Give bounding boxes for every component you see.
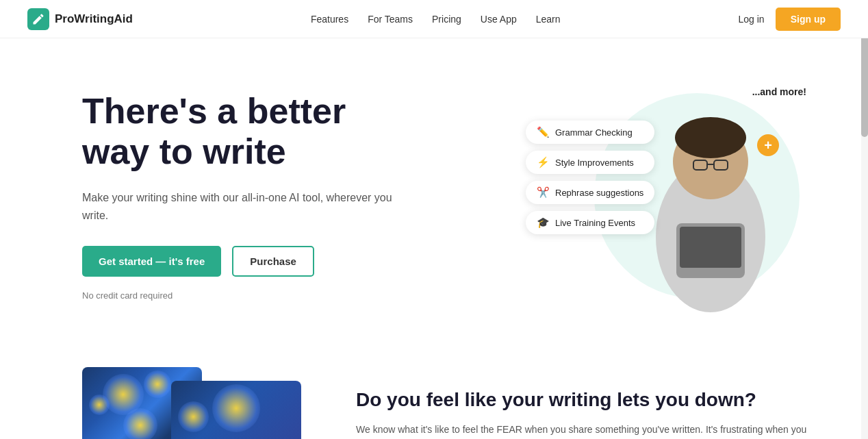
section2-title: Do you feel like your writing lets you d…	[356, 388, 813, 412]
training-icon: 🎓	[537, 216, 550, 229]
feature-cards-list: ✏️ Grammar Checking ⚡ Style Improvements…	[526, 121, 654, 234]
nav-use-app[interactable]: Use App	[481, 14, 517, 25]
feature-card-grammar: ✏️ Grammar Checking	[526, 121, 654, 144]
nav-for-teams[interactable]: For Teams	[368, 14, 413, 25]
hero-person-svg	[635, 100, 786, 312]
nav-pricing[interactable]: Pricing	[432, 14, 461, 25]
nav-actions: Log in Sign up	[739, 8, 841, 31]
signup-button[interactable]: Sign up	[776, 8, 841, 31]
swirl2	[144, 371, 171, 398]
swirl4	[123, 408, 157, 439]
page-scrollbar[interactable]	[861, 0, 868, 439]
hero-subtitle: Make your writing shine with our all-in-…	[82, 189, 411, 224]
logo-text: ProWritingAid	[55, 12, 133, 26]
painting-overlay	[171, 381, 301, 439]
feature-card-style: ⚡ Style Improvements	[526, 151, 654, 174]
get-started-button[interactable]: Get started — it's free	[82, 246, 221, 277]
style-icon: ⚡	[537, 156, 550, 168]
svg-rect-7	[680, 227, 741, 268]
nav-learn[interactable]: Learn	[536, 14, 561, 25]
nav-features[interactable]: Features	[311, 14, 348, 25]
grammar-icon: ✏️	[537, 126, 550, 138]
more-bubble: ...and more!	[752, 86, 806, 97]
hero-buttons: Get started — it's free Purchase	[82, 246, 411, 277]
logo-link[interactable]: ProWritingAid	[27, 8, 133, 30]
feature-card-training: 🎓 Live Training Events	[526, 211, 654, 234]
navbar: ProWritingAid Features For Teams Pricing…	[0, 0, 868, 38]
swirl6	[178, 401, 209, 432]
hero-title: There's a better way to write	[82, 91, 411, 173]
feature-card-rephrase: ✂️ Rephrase suggestions	[526, 181, 654, 204]
login-button[interactable]: Log in	[739, 14, 765, 25]
logo-icon	[27, 8, 49, 30]
hero-illustration: ✏️ Grammar Checking ⚡ Style Improvements…	[526, 79, 813, 312]
rephrase-icon: ✂️	[537, 186, 550, 199]
svg-point-2	[675, 117, 746, 158]
swirl3	[89, 394, 110, 415]
swirl5	[212, 384, 260, 432]
hero-section: There's a better way to write Make your …	[0, 38, 868, 353]
training-label: Live Training Events	[555, 218, 635, 228]
section2-image: My idea in my head	[82, 367, 315, 439]
section2-right: Do you feel like your writing lets you d…	[356, 367, 813, 439]
nav-links: Features For Teams Pricing Use App Learn	[311, 13, 561, 25]
style-label: Style Improvements	[555, 158, 634, 168]
hero-left: There's a better way to write Make your …	[82, 91, 411, 301]
section2: My idea in my head Do you feel like your…	[0, 353, 868, 439]
purchase-button[interactable]: Purchase	[232, 246, 314, 277]
rephrase-label: Rephrase suggestions	[555, 188, 643, 198]
grammar-label: Grammar Checking	[555, 127, 633, 138]
section2-text: We know what it's like to feel the FEAR …	[356, 422, 813, 439]
no-credit-text: No credit card required	[82, 290, 411, 301]
plus-badge: +	[757, 134, 779, 156]
